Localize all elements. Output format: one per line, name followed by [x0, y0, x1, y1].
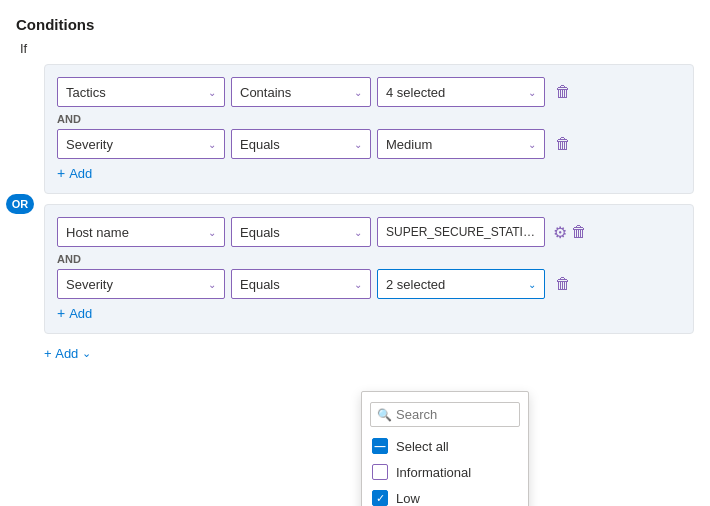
add-condition-button-1[interactable]: + Add [57, 165, 92, 181]
chevron-down-icon: ⌄ [354, 87, 362, 98]
severity-dropdown: 🔍 — Select all Informational ✓ Low [361, 391, 529, 506]
or-badge: OR [6, 194, 34, 214]
plus-icon: + [57, 165, 65, 181]
chevron-down-icon: ⌄ [208, 139, 216, 150]
search-icon: 🔍 [377, 408, 392, 422]
and-label-1: AND [57, 113, 681, 125]
condition-block-1: Tactics ⌄ Contains ⌄ 4 selected ⌄ 🗑 AND … [44, 64, 694, 194]
chevron-down-icon: ⌄ [354, 139, 362, 150]
plus-icon-2: + [57, 305, 65, 321]
condition-row-2-2: Severity ⌄ Equals ⌄ 2 selected ⌄ 🗑 [57, 269, 681, 299]
field-select-severity-2[interactable]: Severity ⌄ [57, 269, 225, 299]
chevron-down-icon: ⌄ [528, 139, 536, 150]
field-select-severity-1[interactable]: Severity ⌄ [57, 129, 225, 159]
condition-block-2: Host name ⌄ Equals ⌄ SUPER_SECURE_STATIO… [44, 204, 694, 334]
field-select-hostname[interactable]: Host name ⌄ [57, 217, 225, 247]
dropdown-label-low: Low [396, 491, 420, 506]
and-label-2: AND [57, 253, 681, 265]
condition-row-1-1: Tactics ⌄ Contains ⌄ 4 selected ⌄ 🗑 [57, 77, 681, 107]
condition-row-2-1: Host name ⌄ Equals ⌄ SUPER_SECURE_STATIO… [57, 217, 681, 247]
checkbox-low[interactable]: ✓ [372, 490, 388, 506]
condition-row-1-2: Severity ⌄ Equals ⌄ Medium ⌄ 🗑 [57, 129, 681, 159]
outer-add-button[interactable]: + Add ⌄ [44, 346, 91, 361]
gear-icon[interactable]: ⚙ [553, 223, 567, 242]
dropdown-search-box[interactable]: 🔍 [370, 402, 520, 427]
value-select-station[interactable]: SUPER_SECURE_STATION [377, 217, 545, 247]
search-input[interactable] [396, 407, 513, 422]
chevron-down-icon: ⌄ [208, 87, 216, 98]
chevron-down-outer-icon: ⌄ [82, 347, 91, 360]
plus-icon-outer: + [44, 346, 52, 361]
checkbox-select-all[interactable]: — [372, 438, 388, 454]
operator-select-equals-1[interactable]: Equals ⌄ [231, 129, 371, 159]
field-select-tactics[interactable]: Tactics ⌄ [57, 77, 225, 107]
checkbox-informational[interactable] [372, 464, 388, 480]
dropdown-label-select-all: Select all [396, 439, 449, 454]
chevron-down-icon: ⌄ [528, 279, 536, 290]
chevron-down-icon: ⌄ [208, 279, 216, 290]
operator-select-equals-3[interactable]: Equals ⌄ [231, 269, 371, 299]
delete-icon-2[interactable]: 🗑 [555, 135, 571, 153]
value-select-2selected[interactable]: 2 selected ⌄ [377, 269, 545, 299]
chevron-down-icon: ⌄ [354, 279, 362, 290]
delete-icon[interactable]: 🗑 [555, 83, 571, 101]
dropdown-item-low[interactable]: ✓ Low [362, 485, 528, 506]
delete-icon-4[interactable]: 🗑 [555, 275, 571, 293]
operator-select-equals-2[interactable]: Equals ⌄ [231, 217, 371, 247]
chevron-down-icon: ⌄ [208, 227, 216, 238]
page-title: Conditions [16, 16, 694, 33]
chevron-down-icon: ⌄ [354, 227, 362, 238]
if-label: If [20, 41, 694, 56]
add-condition-button-2[interactable]: + Add [57, 305, 92, 321]
dropdown-label-informational: Informational [396, 465, 471, 480]
dropdown-item-select-all[interactable]: — Select all [362, 433, 528, 459]
operator-select-contains[interactable]: Contains ⌄ [231, 77, 371, 107]
chevron-down-icon: ⌄ [528, 87, 536, 98]
value-select-medium[interactable]: Medium ⌄ [377, 129, 545, 159]
dropdown-item-informational[interactable]: Informational [362, 459, 528, 485]
delete-icon-3[interactable]: 🗑 [571, 223, 587, 241]
value-select-4selected[interactable]: 4 selected ⌄ [377, 77, 545, 107]
